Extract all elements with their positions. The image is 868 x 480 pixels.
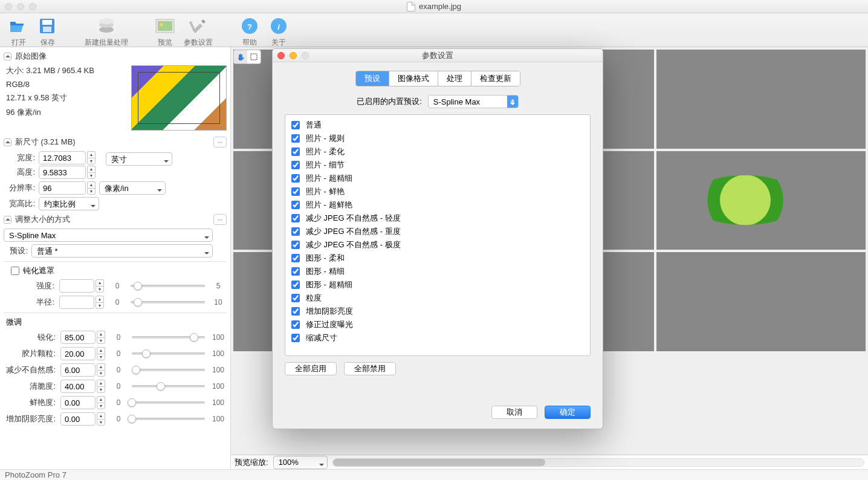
param-slider[interactable] (132, 414, 205, 424)
preview-button[interactable]: 预览 (151, 16, 179, 49)
close-window-icon[interactable] (5, 3, 12, 10)
preset-item[interactable]: 减少 JPEG 不自然感 - 轻度 (290, 212, 585, 225)
marquee-tool-icon[interactable] (247, 50, 261, 63)
param-input[interactable] (60, 347, 96, 360)
preset-select[interactable]: 普通 * (31, 244, 213, 258)
help-button[interactable]: ? 帮助 (236, 16, 264, 49)
dialog-tab[interactable]: 图像格式 (389, 71, 438, 86)
height-input[interactable] (39, 166, 86, 179)
resolution-input[interactable] (39, 181, 86, 195)
preset-item[interactable]: 修正过度曝光 (290, 318, 585, 331)
width-stepper[interactable]: ▲▼ (87, 151, 96, 164)
resolution-stepper[interactable]: ▲▼ (87, 181, 96, 195)
preset-checkbox[interactable] (291, 241, 300, 249)
preset-checkbox[interactable] (291, 294, 300, 302)
preview-tile[interactable] (656, 252, 866, 351)
dialog-tab[interactable]: 处理 (438, 71, 471, 86)
thumbnail-preview[interactable] (131, 65, 227, 131)
disclosure-method[interactable] (4, 216, 11, 224)
disclosure-newsize[interactable] (4, 138, 11, 146)
intensity-input[interactable] (59, 279, 94, 293)
dialog-tab[interactable]: 预设 (356, 71, 389, 86)
param-slider[interactable] (132, 332, 205, 343)
preset-checkbox[interactable] (291, 267, 300, 276)
param-input[interactable] (60, 396, 96, 409)
resolution-unit-select[interactable]: 像素/in (99, 181, 166, 195)
cancel-button[interactable]: 取消 (491, 406, 537, 419)
preset-checkbox[interactable] (291, 201, 300, 209)
preset-checkbox[interactable] (291, 227, 300, 236)
ok-button[interactable]: 确定 (545, 406, 591, 419)
preset-item[interactable]: 图形 - 超精细 (290, 278, 585, 291)
preset-item[interactable]: 减少 JPEG 不自然感 - 重度 (290, 225, 585, 238)
preset-checkbox[interactable] (291, 174, 300, 183)
dialog-tab[interactable]: 检查更新 (471, 71, 520, 86)
preset-item[interactable]: 减少 JPEG 不自然感 - 极度 (290, 238, 585, 251)
preset-item[interactable]: 照片 - 鲜艳 (290, 185, 585, 198)
dialog-close-icon[interactable] (277, 52, 285, 59)
aspect-select[interactable]: 约束比例 (39, 197, 99, 210)
param-stepper[interactable]: ▲▼ (97, 347, 105, 360)
radius-stepper[interactable]: ▲▼ (96, 296, 104, 309)
preset-checkbox[interactable] (291, 320, 300, 329)
param-input[interactable] (60, 380, 96, 393)
param-stepper[interactable]: ▲▼ (97, 331, 105, 344)
preset-item[interactable]: 普通 (290, 118, 585, 132)
preset-item[interactable]: 照片 - 柔化 (290, 145, 585, 158)
method-select[interactable]: S-Spline Max (4, 229, 213, 242)
preset-checkbox[interactable] (291, 214, 300, 222)
zoom-select[interactable]: 100% (273, 456, 328, 469)
preset-checkbox[interactable] (291, 307, 300, 316)
preset-item[interactable]: 照片 - 超鲜艳 (290, 198, 585, 212)
disable-all-button[interactable]: 全部禁用 (344, 362, 396, 375)
param-slider[interactable] (132, 365, 205, 375)
settings-button[interactable]: 参数设置 (180, 16, 216, 49)
preset-checkbox[interactable] (291, 148, 300, 156)
zoom-window-icon[interactable] (29, 3, 36, 10)
width-input[interactable] (39, 151, 86, 164)
preset-checkbox[interactable] (291, 334, 300, 342)
preset-item[interactable]: 照片 - 规则 (290, 132, 585, 145)
preset-checkbox[interactable] (291, 187, 300, 196)
new-batch-button[interactable]: 新建批量处理 (81, 16, 132, 49)
preview-tile[interactable] (656, 50, 866, 149)
unsharp-checkbox[interactable] (11, 267, 19, 275)
save-button[interactable]: 保存 (34, 16, 62, 49)
preset-checkbox[interactable] (291, 281, 300, 289)
height-stepper[interactable]: ▲▼ (87, 166, 96, 179)
horizontal-scrollbar[interactable] (332, 458, 864, 467)
param-stepper[interactable]: ▲▼ (97, 396, 105, 409)
open-button[interactable]: 打开 (5, 16, 33, 49)
hand-tool-icon[interactable] (234, 50, 247, 63)
param-slider[interactable] (132, 397, 205, 408)
param-stepper[interactable]: ▲▼ (97, 380, 105, 393)
newsize-options-button[interactable]: ··· (213, 137, 227, 148)
param-input[interactable] (60, 331, 96, 344)
param-input[interactable] (60, 363, 96, 377)
intensity-stepper[interactable]: ▲▼ (96, 279, 104, 293)
preset-item[interactable]: 照片 - 细节 (290, 158, 585, 172)
preset-item[interactable]: 粒度 (290, 291, 585, 305)
preset-item[interactable]: 增加阴影亮度 (290, 305, 585, 318)
preset-item[interactable]: 图形 - 精细 (290, 265, 585, 278)
enable-all-button[interactable]: 全部启用 (285, 362, 337, 375)
param-slider[interactable] (132, 381, 205, 392)
preset-checkbox[interactable] (291, 254, 300, 262)
minimize-window-icon[interactable] (17, 3, 24, 10)
intensity-slider[interactable] (131, 281, 205, 291)
radius-input[interactable] (59, 296, 94, 309)
preset-checkbox[interactable] (291, 121, 300, 129)
unit-select[interactable]: 英寸 (106, 152, 172, 166)
preview-tile[interactable] (656, 151, 866, 250)
param-slider[interactable] (132, 348, 205, 359)
preset-item[interactable]: 图形 - 柔和 (290, 251, 585, 265)
radius-slider[interactable] (131, 297, 205, 308)
param-stepper[interactable]: ▲▼ (97, 363, 105, 377)
preset-checkbox[interactable] (291, 161, 300, 169)
param-stepper[interactable]: ▲▼ (97, 412, 105, 426)
preset-listbox[interactable]: 普通照片 - 规则照片 - 柔化照片 - 细节照片 - 超精细照片 - 鲜艳照片… (285, 114, 591, 356)
method-options-button[interactable]: ··· (213, 214, 227, 225)
disclosure-original[interactable] (4, 53, 11, 60)
preset-item[interactable]: 照片 - 超精细 (290, 172, 585, 185)
dialog-minimize-icon[interactable] (290, 52, 297, 59)
